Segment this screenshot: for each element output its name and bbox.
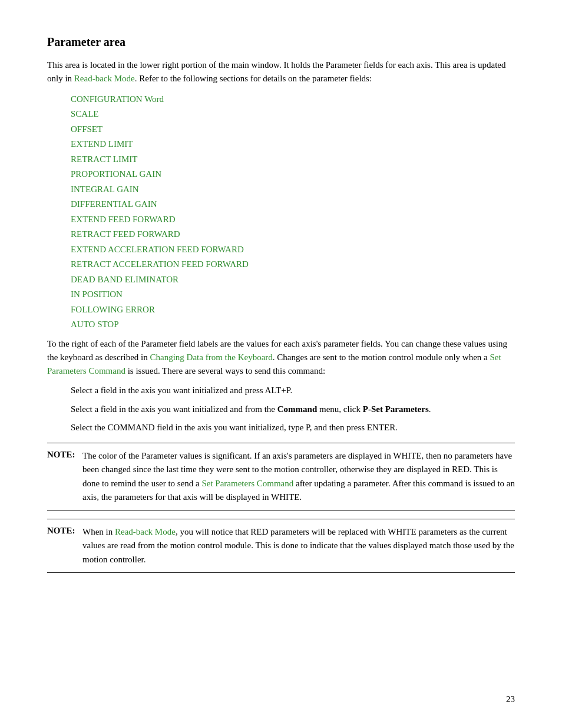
bullet-3-text: Select the COMMAND field in the axis you… — [71, 423, 398, 432]
link-retract-feed-forward[interactable]: RETRACT FEED FORWARD — [71, 227, 515, 242]
bullet-1-text: Select a field in the axis you want init… — [71, 386, 292, 395]
page-number: 23 — [506, 694, 515, 704]
link-proportional-gain[interactable]: PROPORTIONAL GAIN — [71, 167, 515, 182]
note-1-text: The color of the Parameter values is sig… — [82, 449, 515, 504]
note-2-label: NOTE: — [47, 525, 82, 536]
body1-text-3: is issued. There are several ways to sen… — [125, 366, 325, 375]
read-back-mode-link-1[interactable]: Read-back Mode — [74, 74, 135, 83]
set-parameters-command-link-2[interactable]: Set Parameters Command — [201, 479, 293, 488]
note-2-text-1: When in — [82, 527, 115, 536]
intro-text-2: . Refer to the following sections for de… — [135, 74, 372, 83]
p-set-parameters-bold: P-Set Parameters — [363, 404, 429, 414]
link-configuration-word[interactable]: CONFIGURATION Word — [71, 92, 515, 107]
link-in-position[interactable]: IN POSITION — [71, 287, 515, 302]
body-paragraph-1: To the right of each of the Parameter fi… — [47, 337, 515, 378]
link-auto-stop[interactable]: AUTO STOP — [71, 317, 515, 332]
link-offset[interactable]: OFFSET — [71, 122, 515, 137]
bullet-3: Select the COMMAND field in the axis you… — [71, 421, 515, 434]
link-integral-gain[interactable]: INTEGRAL GAIN — [71, 182, 515, 197]
link-retract-acceleration-feed-forward[interactable]: RETRACT ACCELERATION FEED FORWARD — [71, 257, 515, 272]
link-extend-limit[interactable]: EXTEND LIMIT — [71, 137, 515, 152]
changing-data-link[interactable]: Changing Data from the Keyboard — [150, 353, 273, 362]
command-bold: Command — [277, 404, 318, 414]
note-1: NOTE: The color of the Parameter values … — [47, 443, 515, 510]
link-extend-feed-forward[interactable]: EXTEND FEED FORWARD — [71, 212, 515, 228]
link-following-error[interactable]: FOLLOWING ERROR — [71, 302, 515, 318]
note-2: NOTE: When in Read-back Mode, you will n… — [47, 519, 515, 573]
link-dead-band-eliminator[interactable]: DEAD BAND ELIMINATOR — [71, 272, 515, 288]
bullet-1: Select a field in the axis you want init… — [71, 384, 515, 397]
body1-text-2: . Changes are sent to the motion control… — [273, 353, 490, 362]
bullet-2: Select a field in the axis you want init… — [71, 403, 515, 416]
intro-paragraph: This area is located in the lower right … — [47, 58, 515, 86]
link-scale[interactable]: SCALE — [71, 107, 515, 122]
read-back-mode-link-2[interactable]: Read-back Mode — [115, 527, 176, 536]
link-retract-limit[interactable]: RETRACT LIMIT — [71, 152, 515, 167]
link-extend-acceleration-feed-forward[interactable]: EXTEND ACCELERATION FEED FORWARD — [71, 242, 515, 258]
section-title: Parameter area — [47, 35, 515, 49]
parameter-links-list: CONFIGURATION Word SCALE OFFSET EXTEND L… — [47, 92, 515, 332]
link-differential-gain[interactable]: DIFFERENTIAL GAIN — [71, 197, 515, 212]
note-2-text: When in Read-back Mode, you will notice … — [82, 525, 515, 566]
note-1-label: NOTE: — [47, 449, 82, 460]
